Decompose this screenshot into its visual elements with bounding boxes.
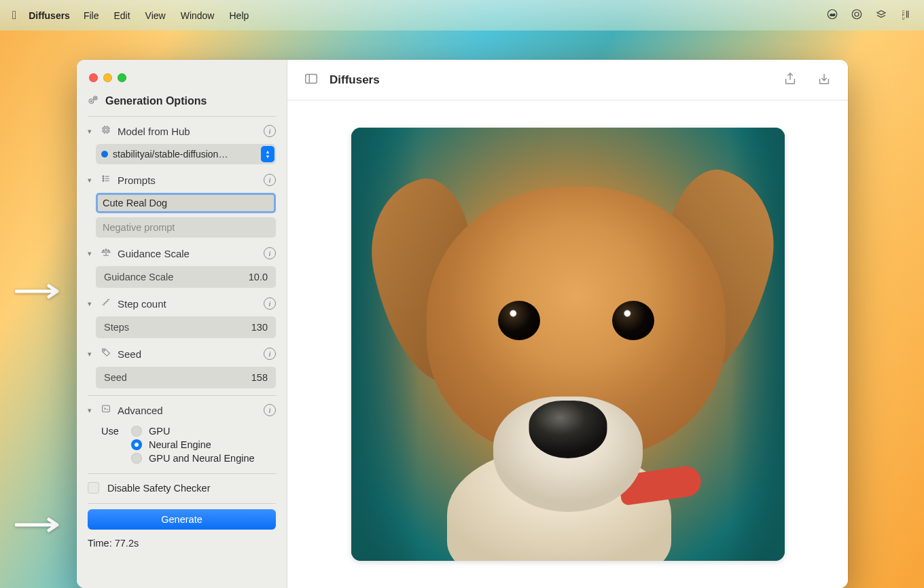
window-close-button[interactable] bbox=[89, 73, 98, 82]
compute-radio-gpu-and-ne[interactable]: GPU and Neural Engine bbox=[101, 452, 276, 465]
group-seed[interactable]: ▾ Seed i bbox=[77, 342, 287, 365]
model-status-dot bbox=[101, 151, 108, 158]
sidebar-toggle-icon[interactable] bbox=[304, 71, 319, 89]
radio-label-neural-engine: Neural Engine bbox=[149, 439, 211, 450]
guidance-value: 10.0 bbox=[249, 272, 268, 282]
window-zoom-button[interactable] bbox=[118, 73, 126, 82]
menu-window[interactable]: Window bbox=[181, 10, 215, 21]
group-steps-label: Step count bbox=[118, 298, 258, 310]
svg-rect-17 bbox=[306, 74, 317, 83]
radio-label-gpu-and-ne: GPU and Neural Engine bbox=[149, 453, 255, 464]
generate-button[interactable]: Generate bbox=[88, 509, 276, 530]
download-icon[interactable] bbox=[817, 71, 832, 89]
chevron-down-icon: ▾ bbox=[85, 176, 94, 185]
group-seed-label: Seed bbox=[118, 348, 258, 360]
chevron-down-icon: ▾ bbox=[85, 299, 94, 308]
svg-point-15 bbox=[103, 350, 105, 351]
app-menu[interactable]: Diffusers bbox=[29, 10, 70, 21]
radio-icon bbox=[131, 453, 142, 464]
content-pane: Diffusers bbox=[287, 60, 848, 588]
seed-value: 158 bbox=[251, 372, 268, 383]
group-advanced-label: Advanced bbox=[118, 405, 258, 416]
compute-radio-neural-engine[interactable]: Neural Engine bbox=[101, 438, 276, 452]
group-guidance[interactable]: ▾ Guidance Scale i bbox=[77, 242, 287, 265]
toolbar-title: Diffusers bbox=[330, 73, 380, 87]
window-minimize-button[interactable] bbox=[103, 73, 112, 82]
app-window: Generation Options ▾ Model from Hub i st… bbox=[77, 60, 848, 588]
macos-menubar:  Diffusers File Edit View Window Help C… bbox=[0, 0, 924, 31]
steps-label: Steps bbox=[104, 322, 129, 333]
radio-label-gpu: GPU bbox=[149, 426, 170, 437]
seed-slider-row[interactable]: Seed 158 bbox=[96, 367, 276, 388]
menu-edit[interactable]: Edit bbox=[113, 10, 130, 21]
svg-point-1 bbox=[852, 10, 861, 19]
sidebar-title: Generation Options bbox=[105, 95, 207, 107]
content-toolbar: Diffusers bbox=[287, 60, 848, 100]
group-advanced[interactable]: ▾ Advanced i bbox=[77, 399, 287, 422]
checkbox-icon bbox=[88, 482, 99, 494]
menu-help[interactable]: Help bbox=[229, 10, 249, 21]
svg-point-9 bbox=[95, 98, 96, 99]
guidance-label: Guidance Scale bbox=[104, 272, 173, 282]
menu-file[interactable]: File bbox=[84, 10, 99, 21]
generation-time-label: Time: 77.2s bbox=[77, 534, 287, 555]
status-stack-icon[interactable] bbox=[875, 8, 887, 22]
guidance-slider-row[interactable]: Guidance Scale 10.0 bbox=[96, 266, 276, 288]
list-icon bbox=[100, 173, 112, 187]
group-guidance-label: Guidance Scale bbox=[118, 248, 258, 259]
steps-slider-row[interactable]: Steps 130 bbox=[96, 316, 276, 338]
negative-prompt-input[interactable] bbox=[96, 217, 276, 238]
compute-radio-gpu[interactable]: Use GPU bbox=[101, 424, 276, 438]
info-icon[interactable]: i bbox=[264, 297, 276, 310]
info-icon[interactable]: i bbox=[264, 125, 276, 137]
sidebar: Generation Options ▾ Model from Hub i st… bbox=[77, 60, 287, 588]
group-prompts-label: Prompts bbox=[118, 174, 258, 186]
annotation-arrow-guidance bbox=[15, 278, 63, 305]
svg-point-14 bbox=[103, 180, 104, 181]
svg-point-8 bbox=[94, 96, 97, 100]
generated-image[interactable] bbox=[351, 128, 785, 561]
share-icon[interactable] bbox=[783, 71, 798, 89]
disable-safety-checkbox[interactable]: Disable Safety Checker bbox=[77, 477, 287, 500]
chip-icon bbox=[100, 124, 112, 138]
disable-safety-label: Disable Safety Checker bbox=[107, 483, 211, 494]
chevron-down-icon: ▾ bbox=[85, 127, 94, 136]
group-steps[interactable]: ▾ Step count i bbox=[77, 292, 287, 315]
svg-point-6 bbox=[89, 99, 94, 104]
stairs-icon bbox=[100, 297, 112, 310]
scale-icon bbox=[100, 246, 112, 260]
svg-rect-10 bbox=[103, 127, 109, 132]
menu-view[interactable]: View bbox=[145, 10, 166, 21]
info-icon[interactable]: i bbox=[264, 348, 276, 360]
annotation-arrow-safety bbox=[15, 512, 63, 538]
svg-text:U: U bbox=[902, 16, 905, 20]
group-model[interactable]: ▾ Model from Hub i bbox=[77, 120, 287, 143]
info-icon[interactable]: i bbox=[264, 174, 276, 186]
window-traffic-lights bbox=[77, 69, 287, 94]
group-model-label: Model from Hub bbox=[118, 126, 258, 137]
model-selected-name: stabilityai/stable-diffusion… bbox=[113, 149, 261, 160]
info-icon[interactable]: i bbox=[264, 404, 276, 416]
svg-rect-11 bbox=[105, 128, 107, 131]
terminal-icon bbox=[100, 403, 112, 417]
svg-point-13 bbox=[103, 178, 104, 179]
select-updown-icon: ▲▼ bbox=[261, 146, 274, 162]
radio-icon bbox=[131, 426, 142, 437]
model-select[interactable]: stabilityai/stable-diffusion… ▲▼ bbox=[96, 144, 276, 164]
group-prompts[interactable]: ▾ Prompts i bbox=[77, 168, 287, 191]
chevron-down-icon: ▾ bbox=[85, 406, 94, 415]
seed-label: Seed bbox=[104, 372, 127, 383]
info-icon[interactable]: i bbox=[264, 247, 276, 259]
gears-icon bbox=[88, 94, 99, 108]
svg-point-12 bbox=[103, 176, 104, 177]
status-circle-icon[interactable] bbox=[851, 8, 863, 22]
creative-cloud-icon[interactable] bbox=[826, 8, 838, 22]
svg-point-2 bbox=[855, 12, 859, 16]
apple-menu-icon[interactable]:  bbox=[12, 9, 16, 22]
chevron-down-icon: ▾ bbox=[85, 249, 94, 258]
use-label: Use bbox=[101, 426, 124, 437]
prompt-input[interactable] bbox=[96, 193, 276, 213]
chevron-down-icon: ▾ bbox=[85, 350, 94, 359]
status-meter-icon[interactable]: CPU bbox=[900, 8, 912, 22]
steps-value: 130 bbox=[251, 322, 268, 333]
